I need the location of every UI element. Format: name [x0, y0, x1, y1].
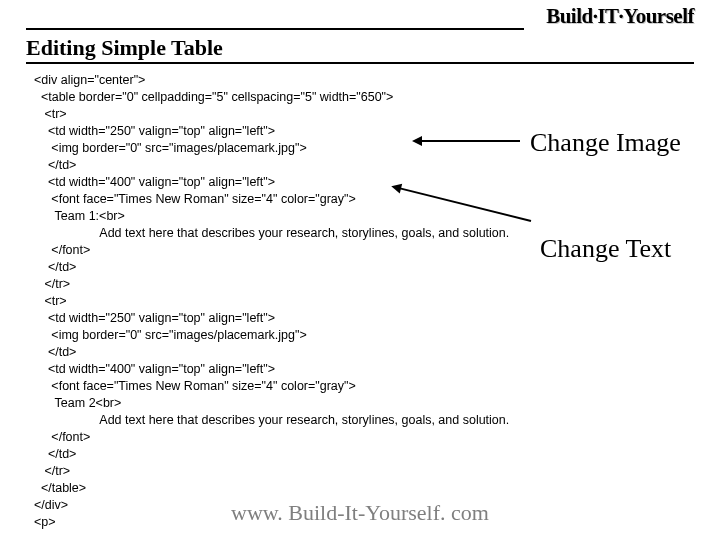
page-title: Editing Simple Table	[26, 35, 223, 61]
code-line: </td>	[34, 157, 694, 174]
code-line: <font face="Times New Roman" size="4" co…	[34, 378, 694, 395]
top-rule	[26, 28, 524, 30]
code-line: Add text here that describes your resear…	[34, 412, 694, 429]
code-line: </td>	[34, 446, 694, 463]
footer-url: www. Build-It-Yourself. com	[0, 500, 720, 526]
code-line: <table border="0" cellpadding="5" cellsp…	[34, 89, 694, 106]
code-line: <td width="250" valign="top" align="left…	[34, 310, 694, 327]
code-line: </tr>	[34, 463, 694, 480]
code-line: Team 1:<br>	[34, 208, 694, 225]
code-line: </td>	[34, 344, 694, 361]
code-line: Team 2<br>	[34, 395, 694, 412]
code-line: </table>	[34, 480, 694, 497]
annotation-change-text: Change Text	[540, 234, 671, 264]
code-line: </tr>	[34, 276, 694, 293]
code-line: </font>	[34, 429, 694, 446]
brand-logo: Build·IT·Yourself	[546, 4, 694, 29]
code-line: <div align="center">	[34, 72, 694, 89]
title-rule	[26, 62, 694, 64]
code-line: <font face="Times New Roman" size="4" co…	[34, 191, 694, 208]
code-line: <tr>	[34, 293, 694, 310]
arrow-to-image	[420, 140, 520, 142]
code-line: <td width="400" valign="top" align="left…	[34, 174, 694, 191]
code-line: <img border="0" src="images/placemark.jp…	[34, 327, 694, 344]
code-line: <tr>	[34, 106, 694, 123]
annotation-change-image: Change Image	[530, 128, 681, 158]
code-line: <td width="400" valign="top" align="left…	[34, 361, 694, 378]
